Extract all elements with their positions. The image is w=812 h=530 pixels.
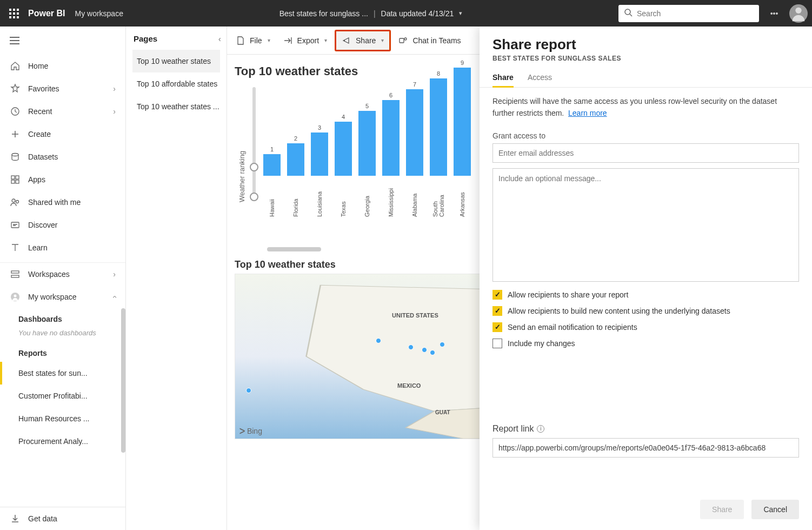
bar-arkansas[interactable]: 9Arkansas [452, 59, 472, 217]
nav-home[interactable]: Home [0, 55, 125, 77]
nav-label: Discover [28, 221, 57, 229]
data-updated-label[interactable]: Data updated 4/13/21 [381, 9, 454, 18]
app-launcher-button[interactable] [4, 4, 24, 23]
chevron-down-icon: ▾ [324, 37, 327, 43]
chk-allow-build[interactable] [492, 306, 502, 316]
svg-rect-6 [16, 176, 19, 179]
learn-more-link[interactable]: Learn more [568, 109, 607, 117]
page-tab-1[interactable]: Top 10 weather states [132, 50, 220, 72]
bar-alabama[interactable]: 7Alabama [405, 81, 424, 217]
bar-south-carolina[interactable]: 8South Carolina [429, 70, 448, 217]
bar-value-label: 8 [437, 70, 440, 77]
bar-value-label: 2 [294, 135, 297, 142]
share-submit-button[interactable]: Share [700, 500, 744, 519]
nav-create[interactable]: Create [0, 123, 125, 145]
title-center: Best states for sunglass ... | Data upda… [123, 9, 618, 18]
nav-workspaces[interactable]: Workspaces› [0, 263, 125, 286]
info-icon[interactable]: i [537, 425, 544, 433]
nav-apps[interactable]: Apps [0, 168, 125, 191]
nav-toggle-button[interactable] [0, 27, 125, 55]
nav-favorites[interactable]: Favorites› [0, 77, 125, 100]
star-icon [10, 83, 21, 94]
page-tab-3[interactable]: Top 10 weather states ... [132, 95, 220, 118]
report-item-hr[interactable]: Human Resources ... [0, 407, 125, 430]
report-link-label: Report link [492, 424, 534, 434]
report-item-best-states[interactable]: Best states for sun... [0, 362, 125, 385]
report-link-value[interactable]: https://app.powerbi.com/groups/me/report… [492, 438, 799, 458]
nav-datasets[interactable]: Datasets [0, 145, 125, 168]
report-item-customer[interactable]: Customer Profitabi... [0, 385, 125, 407]
shared-icon [10, 197, 21, 208]
cancel-button[interactable]: Cancel [751, 500, 799, 519]
pages-title: Pages [134, 34, 157, 43]
nav-label: Home [28, 62, 48, 70]
email-input[interactable] [492, 143, 799, 163]
chk-label: Send an email notification to recipients [508, 323, 637, 332]
map-label-us: UNITED STATES [392, 312, 438, 319]
chk-send-email[interactable] [492, 322, 502, 332]
export-button[interactable]: Export▾ [278, 30, 332, 51]
bar-texas[interactable]: 4Texas [334, 114, 353, 217]
report-title[interactable]: Best states for sunglass ... [279, 9, 368, 18]
nav-shared[interactable]: Shared with me [0, 191, 125, 214]
nav-label: Datasets [28, 153, 58, 161]
svg-point-9 [12, 199, 15, 202]
svg-point-17 [404, 38, 407, 40]
bar-category-label: Florida [292, 179, 299, 217]
chart-slider[interactable] [246, 82, 262, 244]
teams-icon [398, 36, 408, 45]
chk-allow-share[interactable] [492, 290, 502, 300]
message-input[interactable] [492, 168, 799, 282]
svg-rect-13 [11, 275, 19, 277]
share-button[interactable]: Share▾ [335, 30, 391, 51]
dashboards-header: Dashboards [0, 308, 125, 328]
workspace-breadcrumb[interactable]: My workspace [75, 9, 123, 18]
file-button[interactable]: File▾ [230, 30, 276, 51]
bar-florida[interactable]: 2Florida [286, 135, 305, 217]
tab-share[interactable]: Share [492, 73, 514, 87]
tab-access[interactable]: Access [528, 73, 552, 87]
user-avatar[interactable] [789, 4, 808, 23]
search-input[interactable] [637, 9, 754, 18]
discover-icon [10, 220, 21, 230]
bar-hawaii[interactable]: 1Hawaii [262, 146, 282, 217]
share-icon [342, 36, 351, 45]
nav-label: My workspace [28, 293, 76, 301]
svg-point-2 [795, 7, 801, 13]
nav-label: Recent [28, 107, 52, 116]
page-tab-2[interactable]: Top 10 affordable states [132, 72, 220, 95]
svg-rect-8 [16, 180, 19, 183]
svg-rect-16 [400, 38, 404, 43]
nav-recent[interactable]: Recent› [0, 100, 125, 123]
book-icon [10, 242, 21, 253]
search-box[interactable] [618, 5, 759, 22]
bar-mississippi[interactable]: 6Mississippi [381, 92, 401, 217]
cmd-label: Share [356, 36, 376, 45]
bar-georgia[interactable]: 5Georgia [357, 103, 377, 217]
nav-learn[interactable]: Learn [0, 236, 125, 259]
chk-include-changes[interactable] [492, 339, 502, 348]
chevron-down-icon[interactable]: ▾ [459, 10, 462, 17]
chevron-down-icon: ▾ [268, 37, 270, 43]
map-label-mexico: MEXICO [397, 382, 421, 389]
report-canvas: File▾ Export▾ Share▾ Chat in Teams Repor… [227, 27, 812, 530]
chart-h-scrollbar[interactable] [267, 247, 321, 251]
nav-get-data[interactable]: Get data [0, 507, 125, 530]
bar-louisiana[interactable]: 3Louisiana [310, 124, 329, 217]
collapse-pages-icon[interactable]: ‹‹ [218, 35, 219, 43]
nav-discover[interactable]: Discover [0, 214, 125, 236]
chevron-right-icon: › [113, 270, 116, 279]
report-item-procurement[interactable]: Procurement Analy... [0, 430, 125, 453]
nav-label: Get data [28, 514, 57, 523]
bing-logo: ᐳ Bing [239, 427, 262, 435]
cmd-label: File [250, 36, 262, 45]
bar-value-label: 5 [365, 103, 369, 109]
nav-label: Workspaces [28, 270, 70, 279]
bar-category-label: Hawaii [269, 179, 275, 217]
nav-my-workspace[interactable]: My workspace› [0, 286, 125, 308]
chat-teams-button[interactable]: Chat in Teams [393, 30, 466, 51]
chk-label: Allow recipients to build new content us… [508, 307, 730, 315]
more-options-button[interactable]: ••• [766, 9, 783, 18]
nav-label: Favorites [28, 84, 59, 93]
svg-point-4 [12, 154, 18, 156]
